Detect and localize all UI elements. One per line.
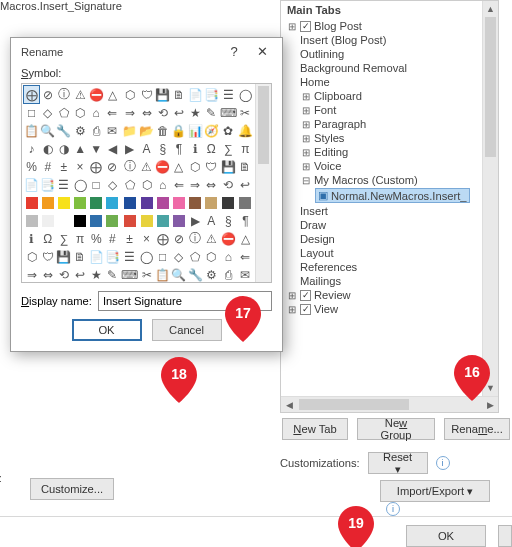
symbol-cell[interactable] (171, 194, 186, 211)
tree-label[interactable]: Layout (300, 247, 334, 259)
symbol-cell[interactable] (40, 212, 55, 229)
grid-scrollbar[interactable] (255, 84, 271, 282)
symbol-cell[interactable]: ◇ (171, 248, 186, 265)
symbol-cell[interactable]: ◯ (238, 86, 253, 103)
symbol-cell[interactable]: □ (89, 176, 104, 193)
symbol-cell[interactable]: ↩ (73, 266, 88, 282)
tree-label[interactable]: Font (314, 104, 336, 116)
options-cancel-button[interactable] (498, 525, 512, 547)
rename-button[interactable]: Rename... (444, 418, 510, 440)
symbol-cell[interactable]: ⇒ (24, 266, 39, 282)
symbol-cell[interactable]: ⛔ (89, 86, 104, 103)
scroll-thumb[interactable] (485, 17, 496, 157)
symbol-cell[interactable]: ⚙ (73, 122, 88, 139)
close-button[interactable]: ✕ (248, 41, 276, 63)
symbol-cell[interactable]: ✉ (238, 266, 253, 282)
symbol-cell[interactable]: △ (171, 158, 186, 175)
symbol-cell[interactable] (139, 212, 154, 229)
symbol-cell[interactable]: ⇔ (40, 266, 55, 282)
symbol-cell[interactable]: △ (238, 230, 253, 247)
dialog-cancel-button[interactable]: Cancel (152, 319, 222, 341)
dialog-titlebar[interactable]: Rename ? ✕ (11, 38, 282, 65)
symbol-cell[interactable] (56, 194, 71, 211)
symbol-cell[interactable]: 💾 (220, 158, 237, 175)
scroll-left-icon[interactable]: ◀ (281, 400, 297, 410)
symbol-cell[interactable] (105, 212, 120, 229)
symbol-cell[interactable]: A (204, 212, 219, 229)
symbol-cell[interactable]: 📁 (121, 122, 138, 139)
symbol-cell[interactable]: ⬡ (204, 248, 219, 265)
collapse-icon[interactable]: ⊟ (301, 175, 311, 186)
symbol-cell[interactable]: ▼ (89, 140, 104, 157)
symbol-cell[interactable]: ☰ (220, 86, 237, 103)
expand-icon[interactable]: ⊞ (301, 161, 311, 172)
expand-icon[interactable]: ⊞ (287, 304, 297, 315)
scroll-up-icon[interactable]: ▲ (483, 1, 498, 17)
symbol-cell[interactable] (155, 212, 170, 229)
symbol-cell[interactable]: ▶ (121, 140, 138, 157)
symbol-cell[interactable] (220, 194, 237, 211)
tree-label[interactable]: Insert (Blog Post) (300, 34, 386, 46)
symbol-cell[interactable]: # (105, 230, 120, 247)
symbol-cell[interactable]: ⬠ (56, 104, 71, 121)
symbol-cell[interactable] (121, 194, 138, 211)
symbol-cell[interactable]: ⬠ (188, 248, 203, 265)
symbol-cell[interactable]: 🔧 (56, 122, 71, 139)
symbol-cell[interactable]: ✎ (204, 104, 219, 121)
symbol-cell[interactable]: △ (105, 86, 120, 103)
symbol-cell[interactable] (238, 194, 253, 211)
symbol-cell[interactable]: ▶ (188, 212, 203, 229)
symbol-cell[interactable]: ⚠ (204, 230, 219, 247)
symbol-cell[interactable]: ⌨ (121, 266, 138, 282)
symbol-cell[interactable]: ⇐ (238, 248, 253, 265)
symbol-cell[interactable]: ◇ (105, 176, 120, 193)
scroll-thumb[interactable] (258, 86, 269, 164)
new-group-button[interactable]: New Group (357, 418, 435, 440)
expand-icon[interactable]: ⊞ (301, 133, 311, 144)
main-tabs-tree[interactable]: ⊞✓Blog Post Insert (Blog Post) Outlining… (281, 19, 498, 318)
options-ok-button[interactable]: OK (406, 525, 486, 547)
symbol-cell[interactable]: ⌨ (220, 104, 237, 121)
tree-label[interactable]: View (314, 303, 338, 315)
symbol-cell[interactable]: ℹ (24, 230, 39, 247)
symbol-cell[interactable]: # (40, 158, 55, 175)
symbol-cell[interactable] (188, 194, 203, 211)
symbol-cell[interactable]: A (139, 140, 154, 157)
symbol-cell[interactable]: 📑 (204, 86, 219, 103)
symbol-cell[interactable]: 📄 (89, 248, 104, 265)
symbol-cell[interactable]: 🔍 (40, 122, 55, 139)
symbol-cell[interactable]: × (139, 230, 154, 247)
info-icon[interactable]: i (386, 502, 400, 516)
symbol-cell[interactable]: ± (121, 230, 138, 247)
symbol-cell[interactable]: × (73, 158, 88, 175)
symbol-cell[interactable]: ⇔ (139, 104, 154, 121)
tree-label[interactable]: Review (314, 289, 351, 301)
symbol-cell[interactable]: 🔒 (171, 122, 186, 139)
symbol-cell[interactable] (24, 194, 39, 211)
symbol-cell[interactable]: ⌂ (220, 248, 237, 265)
symbol-cell[interactable]: ⟲ (220, 176, 237, 193)
symbol-cell[interactable]: ⓘ (121, 158, 138, 175)
symbol-cell[interactable]: ✿ (220, 122, 237, 139)
expand-icon[interactable]: ⊞ (301, 91, 311, 102)
symbol-cell[interactable]: ⬡ (121, 86, 138, 103)
symbol-cell[interactable]: ± (56, 158, 71, 175)
symbol-cell[interactable] (89, 212, 104, 229)
symbol-cell[interactable]: 📋 (155, 266, 170, 282)
symbol-cell[interactable]: 📑 (40, 176, 55, 193)
symbol-cell[interactable]: ☰ (121, 248, 138, 265)
symbol-cell[interactable]: Ω (40, 230, 55, 247)
symbol-cell[interactable]: ℹ (188, 140, 203, 157)
symbol-cell[interactable]: □ (155, 248, 170, 265)
symbol-cell[interactable] (171, 212, 186, 229)
symbol-cell[interactable]: 💾 (56, 248, 71, 265)
symbol-cell[interactable]: π (73, 230, 88, 247)
symbol-cell[interactable]: ⚙ (204, 266, 219, 282)
symbol-cell[interactable]: ⚠ (139, 158, 154, 175)
symbol-cell[interactable]: ✂ (238, 104, 253, 121)
tree-label[interactable]: References (300, 261, 357, 273)
symbol-cell[interactable]: ⇐ (105, 104, 120, 121)
symbol-cell[interactable]: ⓘ (188, 230, 203, 247)
tree-label[interactable]: Outlining (300, 48, 344, 60)
symbol-cell[interactable]: ✂ (139, 266, 154, 282)
